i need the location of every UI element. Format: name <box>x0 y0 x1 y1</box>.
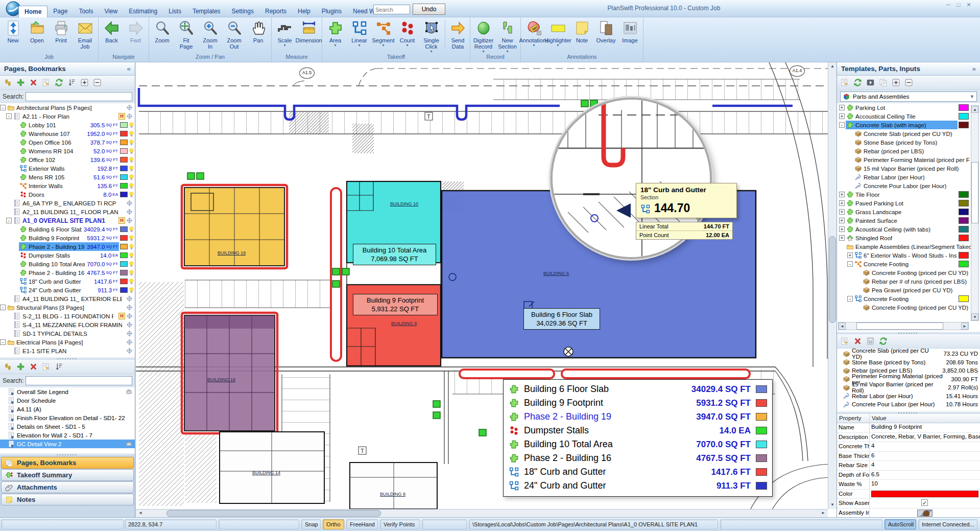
ribbon-button[interactable]: Area ▾ <box>323 20 347 47</box>
collapse-panel-icon[interactable]: « <box>127 65 131 73</box>
bookmark-row[interactable]: Elevation for Wall 2 - SD1 - 7 <box>0 431 135 440</box>
visibility-bulb-icon[interactable] <box>128 287 135 293</box>
toolbar-icon[interactable] <box>67 78 76 87</box>
template-row[interactable]: + Grass Landscape <box>837 207 980 216</box>
expand-toggle-icon[interactable]: + <box>839 235 845 241</box>
template-row[interactable]: Stone Base (priced by Tons) <box>837 138 980 147</box>
menu-tab[interactable]: Settings <box>226 6 259 18</box>
canvas-vertical-scrollbar[interactable]: ▲▼ <box>828 62 836 509</box>
accordion-tab[interactable]: Takeoff Summary <box>1 469 134 481</box>
expand-toggle-icon[interactable]: + <box>839 113 845 119</box>
tree-row[interactable]: Building 6 Floor Slab 34029.4 SQ FT <box>0 225 135 234</box>
template-row[interactable]: + Acoustical Ceiling (with tabs) <box>837 225 980 234</box>
template-row[interactable]: Concrete Pour Labor (per Hour) <box>837 181 980 190</box>
tree-row[interactable]: 18" Curb and Gutter 1417.6 FT <box>0 277 135 286</box>
freehand-toggle[interactable]: FreeHand <box>346 519 378 529</box>
template-row[interactable]: + Accoustical Ceiling Tile <box>837 112 980 121</box>
ribbon-button[interactable]: Single Click ▾ <box>419 20 443 53</box>
legend-row[interactable]: Dumpster Stalls 14.0 EA <box>509 424 767 437</box>
property-row[interactable]: Waste % 10 ✓ <box>837 480 980 490</box>
expand-toggle-icon[interactable]: + <box>847 252 853 258</box>
expand-toggle-icon[interactable]: - <box>839 122 845 128</box>
tree-row[interactable]: E1-1 SITE PLAN <box>0 347 135 355</box>
menu-tab[interactable]: Page <box>47 6 73 18</box>
visibility-bulb-icon[interactable] <box>128 148 135 154</box>
visibility-bulb-icon[interactable] <box>128 139 135 146</box>
property-value[interactable]: Concrete, Rebar, V Barrier, Forming, Bas… <box>870 433 980 442</box>
ribbon-button[interactable]: New Section ▾ <box>495 20 519 53</box>
color-swatch[interactable] <box>120 244 128 249</box>
ribbon-button[interactable]: Scale ▾ <box>273 20 297 47</box>
locate-icon[interactable] <box>126 200 133 206</box>
ribbon-button[interactable]: Count ▾ <box>395 20 419 47</box>
visibility-bulb-icon[interactable] <box>128 269 135 276</box>
legend-row[interactable]: Building 10 Total Area 7070.0 SQ FT <box>509 437 767 451</box>
template-row[interactable]: + Paved Parking Lot <box>837 199 980 207</box>
panel-splitter[interactable] <box>837 411 980 414</box>
tree-row[interactable]: Interior Walls 135.6 FT <box>0 181 135 190</box>
tree-row[interactable]: - Architectural Plans [5 Pages] <box>0 103 135 112</box>
toolbar-icon[interactable] <box>892 78 900 87</box>
ribbon-button[interactable]: Email Job ▾ <box>73 20 97 50</box>
visibility-bulb-icon[interactable] <box>128 156 135 163</box>
menu-tab[interactable]: Lists <box>163 6 187 18</box>
expand-toggle-icon[interactable]: + <box>839 105 845 110</box>
expand-toggle-icon[interactable]: + <box>839 192 845 197</box>
legend-row[interactable]: Building 6 Floor Slab 34029.4 SQ FT <box>509 382 767 396</box>
property-value[interactable]: 4 ✓ <box>870 461 980 470</box>
color-swatch[interactable] <box>959 191 969 198</box>
expand-toggle-icon[interactable]: - <box>6 218 12 223</box>
toolbar-icon[interactable] <box>904 78 913 87</box>
ribbon-button[interactable]: New ▾ <box>1 20 25 43</box>
snap-toggle[interactable]: Snap <box>301 519 321 529</box>
toolbar-icon[interactable] <box>841 78 849 87</box>
ribbon-button[interactable]: Note ▾ <box>570 20 594 43</box>
expand-toggle-icon[interactable]: - <box>847 261 853 267</box>
locate-icon[interactable] <box>126 209 133 215</box>
locate-icon[interactable] <box>126 113 133 120</box>
bookmark-row[interactable]: Door Schedule <box>0 396 135 405</box>
toolbar-icon[interactable] <box>853 78 862 87</box>
ribbon-button[interactable]: ABC Annotations ▾ <box>522 20 546 47</box>
property-value[interactable]: Building 9 Footprint ✓ <box>870 423 980 432</box>
color-swatch[interactable] <box>959 217 969 224</box>
accordion-tab[interactable]: Attachments <box>1 481 134 493</box>
property-value[interactable]: 6.5 ✓ <box>870 471 980 480</box>
template-row[interactable]: + Tile Floor <box>837 190 980 199</box>
collapse-panel-icon[interactable]: » <box>972 65 976 73</box>
color-swatch[interactable] <box>959 122 969 128</box>
bookmarks-search-input[interactable] <box>26 376 132 385</box>
toolbar-icon[interactable] <box>16 362 25 371</box>
color-swatch[interactable] <box>120 157 128 163</box>
bookmark-row[interactable]: Finish Floor Elevation on Detail - SD1- … <box>0 413 135 422</box>
ribbon-button[interactable]: Zoom In ▾ <box>198 20 222 50</box>
property-value[interactable]: ✓ <box>870 509 980 518</box>
plan-viewport[interactable]: T T A1.5 A1.4 BUILDING 19BUILDING 10BUIL… <box>136 62 836 517</box>
visibility-bulb-icon[interactable] <box>128 182 135 189</box>
tree-row[interactable]: Mens RR 105 51.6 SQ FT <box>0 173 135 181</box>
color-swatch[interactable] <box>120 235 128 241</box>
visibility-bulb-icon[interactable] <box>128 226 135 233</box>
template-row[interactable]: Example Assemblies (Linear/Segment Takeo <box>837 242 980 251</box>
color-swatch[interactable] <box>120 140 128 145</box>
panel-splitter[interactable] <box>0 357 135 360</box>
tree-row[interactable]: A6_6A TYP B_ ENLARGED TI RCP <box>0 199 135 207</box>
property-value[interactable]: 4 ✓ <box>870 442 980 451</box>
template-row[interactable]: Rebar (priced per LBS) <box>837 147 980 155</box>
menu-tab[interactable]: Templates <box>187 6 226 18</box>
property-row[interactable]: Depth of Form 6.5 ✓ <box>837 471 980 480</box>
color-swatch[interactable] <box>959 200 969 206</box>
toolbar-icon[interactable] <box>866 78 875 87</box>
tree-row[interactable]: Dumpster Stalls 14.0 EA <box>0 251 135 260</box>
menu-tab[interactable]: Estimating <box>123 6 163 18</box>
toolbar-icon[interactable] <box>29 78 38 87</box>
template-row[interactable]: Concrete Slab (priced per CU YD) <box>837 129 980 138</box>
tree-row[interactable]: - A1_0 OVERALL SITE PLAN1 H <box>0 216 135 225</box>
locate-icon[interactable] <box>126 304 133 311</box>
toolbar-icon[interactable] <box>42 362 51 371</box>
color-swatch[interactable] <box>120 279 128 284</box>
accordion-tab[interactable]: Pages, Bookmarks <box>1 457 134 469</box>
locate-icon[interactable] <box>126 321 133 328</box>
tree-row[interactable]: S-4_11 MEZZANINE FLOOR FRAMING - BLDG 11 <box>0 320 135 329</box>
color-swatch[interactable] <box>959 295 969 302</box>
